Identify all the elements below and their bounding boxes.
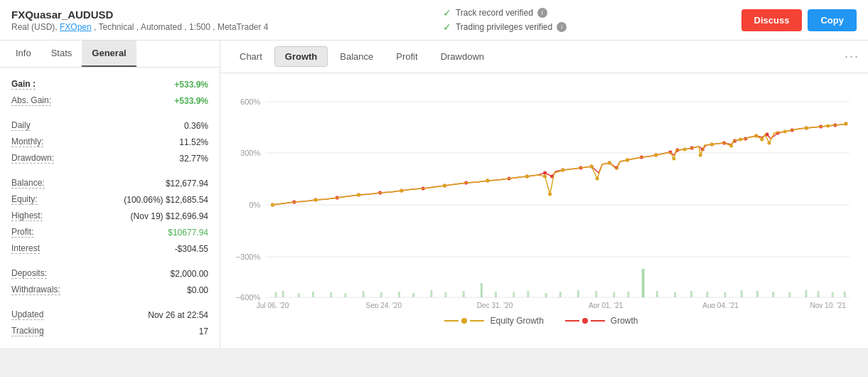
updated-value: Nov 26 at 22:54 <box>148 310 208 320</box>
interest-row: Interest -$304.55 <box>11 240 208 257</box>
chart-tab-drawdown[interactable]: Drawdown <box>430 46 495 67</box>
svg-point-104 <box>596 177 599 181</box>
svg-point-102 <box>561 169 564 172</box>
withdrawals-row: Withdrawals: $0.00 <box>11 282 208 298</box>
profit-row: Profit: $10677.94 <box>11 224 208 240</box>
profit-label: Profit: <box>11 227 33 238</box>
interest-value: -$304.55 <box>175 244 208 254</box>
checkmark-icon-2: ✓ <box>443 21 451 33</box>
equity-row: Equity: (100.06%) $12,685.54 <box>11 191 208 208</box>
tab-general[interactable]: General <box>82 41 136 67</box>
left-panel: Info Stats General Gain : +533.9% Abs. G… <box>0 41 220 348</box>
svg-text:−300%: −300% <box>236 253 261 261</box>
svg-point-96 <box>400 189 403 193</box>
svg-point-109 <box>683 148 687 152</box>
abs-gain-label: Abs. Gain: <box>11 95 51 106</box>
svg-rect-25 <box>398 292 400 297</box>
svg-rect-24 <box>380 292 382 297</box>
chart-tab-growth[interactable]: Growth <box>274 46 328 67</box>
growth-dot-icon <box>582 318 588 324</box>
svg-text:Jul 06, '20: Jul 06, '20 <box>257 302 289 308</box>
track-record-verified: ✓ Track record verified i <box>443 7 567 18</box>
svg-text:300%: 300% <box>240 149 261 157</box>
monthly-value: 11.52% <box>179 137 208 147</box>
deposits-value: $2,000.00 <box>171 269 208 279</box>
equity-label: Equity: <box>11 194 38 205</box>
tab-info[interactable]: Info <box>6 41 41 67</box>
tracking-value: 17 <box>199 326 208 336</box>
fxopen-link[interactable]: FXOpen <box>60 22 92 32</box>
svg-point-120 <box>844 122 847 126</box>
svg-point-117 <box>783 130 787 134</box>
svg-rect-29 <box>463 291 465 297</box>
tracking-label: Tracking <box>11 326 44 336</box>
svg-point-110 <box>699 154 702 157</box>
svg-rect-28 <box>444 292 446 297</box>
stats-panel: Gain : +533.9% Abs. Gain: +533.9% Daily … <box>0 68 220 348</box>
drawdown-row: Drawdown: 32.77% <box>11 150 208 166</box>
svg-point-93 <box>271 203 274 207</box>
svg-text:600%: 600% <box>240 97 261 106</box>
svg-rect-47 <box>756 291 759 297</box>
chart-area: 600% 300% 0% −300% −600% Jul 06, '20 Sep… <box>220 73 868 336</box>
svg-rect-23 <box>363 291 365 297</box>
svg-point-101 <box>548 193 552 196</box>
svg-point-103 <box>590 165 594 169</box>
svg-rect-51 <box>818 291 820 297</box>
balance-value: $12,677.94 <box>166 179 208 188</box>
drawdown-value: 32.77% <box>179 154 208 164</box>
svg-rect-52 <box>832 292 834 297</box>
svg-rect-42 <box>674 292 676 297</box>
chart-tab-balance[interactable]: Balance <box>329 46 384 67</box>
chart-tabs: Chart Growth Balance Profit Drawdown ··· <box>220 41 868 73</box>
svg-rect-50 <box>805 290 807 297</box>
legend-growth: Growth <box>565 316 638 326</box>
svg-rect-30 <box>481 283 483 297</box>
trading-privileges-info-icon[interactable]: i <box>557 22 567 32</box>
chart-tab-chart[interactable]: Chart <box>229 46 273 67</box>
withdrawals-value: $0.00 <box>187 285 208 295</box>
svg-point-67 <box>543 171 547 175</box>
tab-stats[interactable]: Stats <box>41 41 82 67</box>
daily-row: Daily 0.36% <box>11 117 208 134</box>
daily-value: 0.36% <box>184 121 208 131</box>
svg-point-115 <box>760 138 763 142</box>
svg-point-112 <box>729 144 733 148</box>
svg-rect-22 <box>344 293 346 297</box>
svg-rect-36 <box>577 290 579 297</box>
legend-equity: Equity Growth <box>444 316 543 326</box>
highest-label: Highest: <box>11 211 43 221</box>
daily-label: Daily <box>11 120 31 131</box>
svg-rect-40 <box>642 269 645 297</box>
deposits-label: Deposits: <box>11 268 47 279</box>
monthly-row: Monthly: 11.52% <box>11 134 208 150</box>
svg-point-97 <box>443 184 446 188</box>
chart-tab-profit[interactable]: Profit <box>385 46 428 67</box>
svg-rect-44 <box>706 292 708 297</box>
svg-text:Sep 24, '20: Sep 24, '20 <box>365 302 402 308</box>
updated-label: Updated <box>11 309 43 320</box>
svg-rect-48 <box>772 292 774 297</box>
header-actions: Discuss Copy <box>741 9 857 31</box>
chart-more-icon[interactable]: ··· <box>845 49 859 64</box>
gain-value: +533.9% <box>174 80 208 90</box>
svg-rect-49 <box>788 292 791 297</box>
svg-point-119 <box>826 124 830 128</box>
verification-status: ✓ Track record verified i ✓ Trading priv… <box>443 7 567 33</box>
discuss-button[interactable]: Discuss <box>741 9 803 31</box>
svg-point-95 <box>357 193 360 197</box>
svg-point-100 <box>543 175 547 179</box>
svg-rect-26 <box>412 293 414 297</box>
svg-rect-21 <box>330 292 332 297</box>
checkmark-icon: ✓ <box>443 7 451 18</box>
svg-rect-43 <box>690 291 692 297</box>
svg-text:−600%: −600% <box>236 293 261 302</box>
track-record-info-icon[interactable]: i <box>537 8 547 18</box>
copy-button[interactable]: Copy <box>808 9 857 31</box>
left-tabs: Info Stats General <box>0 41 220 68</box>
svg-point-98 <box>486 179 489 183</box>
svg-rect-35 <box>559 292 562 297</box>
highest-row: Highest: (Nov 19) $12,696.94 <box>11 208 208 224</box>
svg-rect-0 <box>226 80 857 308</box>
svg-rect-31 <box>495 292 497 297</box>
